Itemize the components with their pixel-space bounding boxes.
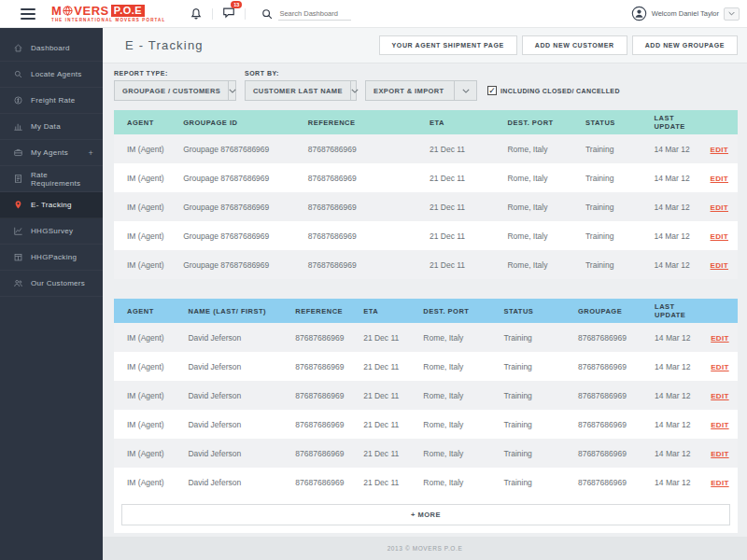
table-cell: Training <box>582 163 650 192</box>
column-header: LAST UPDATE <box>651 299 707 323</box>
table-cell: 14 Mar 12 <box>651 381 707 410</box>
user-menu-button[interactable] <box>724 7 740 21</box>
including-closed-checkbox[interactable]: ✓ <box>487 86 497 95</box>
add-new-customer-button[interactable]: ADD NEW CUSTOMER <box>522 35 627 55</box>
sidebar-item-hhgsurvey[interactable]: HHGSurvey <box>0 218 103 245</box>
table-cell: 21 Dec 11 <box>359 381 419 410</box>
table-cell: Training <box>500 468 573 497</box>
table-row: IM (Agent)Groupage 876876869698768768696… <box>114 192 738 221</box>
add-new-groupage-button[interactable]: ADD NEW GROUPAGE <box>632 35 738 55</box>
chevron-down-icon <box>351 89 359 93</box>
sidebar-item-my-data[interactable]: My Data <box>0 114 103 140</box>
table-cell: 21 Dec 11 <box>359 410 419 439</box>
sidebar-item-my-agents[interactable]: My Agents+ <box>0 140 103 166</box>
table-cell: 87687686969 <box>574 410 651 439</box>
sort-by-label: SORT BY: <box>245 70 357 77</box>
table-cell: 87687686969 <box>291 410 359 439</box>
sidebar-item-our-customers[interactable]: Our Customers <box>0 271 103 297</box>
table-cell: Training <box>500 323 573 352</box>
edit-link[interactable]: EDIT <box>711 392 728 400</box>
groupage-table-header-row: AGENTGROUPAGE IDREFERENCEETADEST. PORTST… <box>114 110 738 134</box>
column-header: REFERENCE <box>304 110 426 134</box>
report-type-select[interactable]: GROUPAGE / CUSTOMERS <box>114 80 236 101</box>
main-content: E - Tracking YOUR AGENT SHIPMENT PAGE AD… <box>103 28 747 560</box>
globe-icon <box>63 6 73 16</box>
table-cell: 14 Mar 12 <box>651 439 707 468</box>
table-cell: 87687686969 <box>291 323 359 352</box>
chevron-down-icon <box>462 89 470 93</box>
table-row: IM (Agent)Groupage 876876869698768768696… <box>114 221 738 250</box>
table-cell: 87687686969 <box>574 381 651 410</box>
table-cell: Rome, Italy <box>419 381 500 410</box>
edit-link[interactable]: EDIT <box>711 261 728 270</box>
edit-link[interactable]: EDIT <box>711 450 728 458</box>
table-cell: Rome, Italy <box>503 163 582 192</box>
sidebar-item-locate-agents[interactable]: Locate Agents <box>0 62 103 88</box>
users-icon <box>13 278 23 288</box>
table-cell: 14 Mar 12 <box>651 468 707 497</box>
footer-copyright: 2013 © MOVERS P.O.E <box>103 537 747 560</box>
including-closed-label: INCLUDING CLOSED/ CANCELLED <box>500 88 620 94</box>
coin-icon <box>13 95 23 105</box>
sidebar-item-label: My Agents <box>31 148 68 157</box>
logo-part2: VERS <box>74 5 108 17</box>
hamburger-icon[interactable] <box>21 8 35 20</box>
edit-link[interactable]: EDIT <box>711 334 728 343</box>
chevron-down-icon <box>229 89 236 93</box>
table-cell: 21 Dec 11 <box>359 323 419 352</box>
sidebar-item-hhgpacking[interactable]: HHGPacking <box>0 245 103 271</box>
table-cell: Training <box>500 410 573 439</box>
table-cell: IM (Agent) <box>114 468 184 497</box>
column-header: ETA <box>426 110 504 134</box>
sidebar-item-dashboard[interactable]: Dashboard <box>0 35 103 62</box>
table-row: IM (Agent)David Jeferson8768768696921 De… <box>114 410 738 439</box>
briefcase-icon <box>13 147 23 158</box>
table-cell: Training <box>500 381 573 410</box>
edit-link[interactable]: EDIT <box>711 232 728 241</box>
sidebar-item-freight-rate[interactable]: Freight Rate <box>0 88 103 114</box>
search-icon[interactable] <box>261 7 274 21</box>
messages-icon[interactable]: 13 <box>222 6 235 22</box>
table-cell: Groupage 87687686969 <box>179 163 304 192</box>
column-header: ETA <box>359 299 419 323</box>
edit-link[interactable]: EDIT <box>711 421 728 429</box>
column-header: GROUPAGE <box>574 299 651 323</box>
sidebar-item-label: Rate Requirements <box>31 171 93 188</box>
table-cell: Groupage 87687686969 <box>179 134 304 163</box>
sidebar-item-rate-requirements[interactable]: Rate Requirements <box>0 166 103 192</box>
edit-link[interactable]: EDIT <box>711 203 728 212</box>
table-cell: 21 Dec 11 <box>426 221 504 250</box>
table-cell: 21 Dec 11 <box>426 250 504 279</box>
table-cell: 87687686969 <box>304 221 426 250</box>
sidebar-nav: DashboardLocate AgentsFreight RateMy Dat… <box>0 28 103 560</box>
table-cell: David Jeferson <box>184 352 291 381</box>
table-cell: Training <box>500 352 573 381</box>
edit-link[interactable]: EDIT <box>711 146 728 154</box>
table-cell: Training <box>582 134 650 163</box>
table-cell: Rome, Italy <box>419 468 500 497</box>
expand-plus-icon[interactable]: + <box>88 148 93 158</box>
avatar-icon[interactable] <box>631 6 647 21</box>
export-import-select[interactable]: EXPORT & IMPORT <box>365 80 477 101</box>
agent-shipment-page-button[interactable]: YOUR AGENT SHIPMENT PAGE <box>379 35 517 55</box>
edit-link[interactable]: EDIT <box>711 363 728 371</box>
report-type-label: REPORT TYPE: <box>114 70 236 77</box>
groupage-table: AGENTGROUPAGE IDREFERENCEETADEST. PORTST… <box>114 110 738 279</box>
search-input[interactable] <box>278 7 351 21</box>
sidebar-item-e-tracking[interactable]: E- Tracking <box>0 192 103 218</box>
more-button[interactable]: + MORE <box>121 504 730 525</box>
column-header: LAST UPDATE <box>650 110 706 134</box>
edit-link[interactable]: EDIT <box>711 479 728 487</box>
table-cell: IM (Agent) <box>114 163 179 192</box>
table-cell: IM (Agent) <box>114 352 184 381</box>
table-cell: Rome, Italy <box>503 221 582 250</box>
table-cell: Rome, Italy <box>419 323 500 352</box>
edit-link[interactable]: EDIT <box>711 175 728 183</box>
table-cell: Groupage 87687686969 <box>179 221 304 250</box>
sort-by-select[interactable]: CUSTOMER LAST NAME <box>245 80 357 101</box>
table-cell: Rome, Italy <box>419 352 500 381</box>
bell-icon[interactable] <box>190 7 203 21</box>
table-row: IM (Agent)David Jeferson8768768696921 De… <box>114 381 738 410</box>
table-cell: Rome, Italy <box>503 134 582 163</box>
table-cell: Rome, Italy <box>419 439 500 468</box>
